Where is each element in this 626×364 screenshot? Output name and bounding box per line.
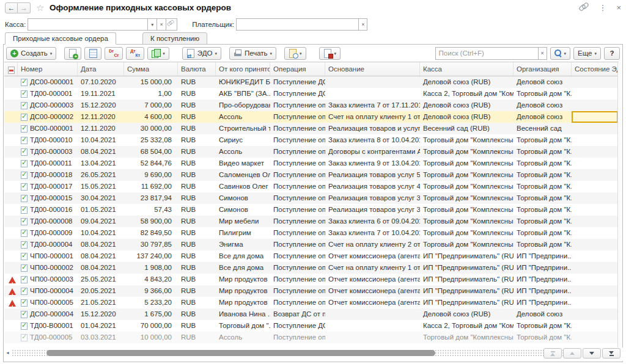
kassa-open-button[interactable] [166,18,177,31]
cell-currency[interactable]: RUB [178,123,216,134]
cell-date[interactable]: 30.04.2021 [78,192,124,204]
cell-basis[interactable]: Счет на оплату клиенту 1 от 03... [325,111,420,123]
cell-operation[interactable]: Поступление ДС... [270,320,325,332]
cell-sum[interactable]: 1 908,00 [124,262,178,274]
table-row[interactable]: ТД00-00001530.04.202123 817,94RUBСимонов… [4,192,619,204]
table-row[interactable]: ДС00-00000315.12.20207 000,00RUBПро-обор… [4,100,619,111]
cell-basis[interactable]: Заказ клиента 7 от 10.04.2015 [325,227,420,239]
cell-basis[interactable]: Счет на оплату клиенту 1 от 08... [325,262,420,274]
close-button[interactable]: × [615,3,622,12]
cell-flag[interactable] [4,192,18,204]
cell-currency[interactable]: RUB [178,146,216,158]
cell-operation[interactable]: Поступление оп... [270,111,325,123]
cell-currency[interactable]: RUB [178,308,216,320]
tab-to-receipt[interactable]: К поступлению [142,32,207,45]
cell-currency[interactable]: RUB [178,332,216,343]
cell-from[interactable]: Строительный т... [216,123,270,134]
cell-flag[interactable] [4,216,18,227]
table-row[interactable]: !ЧП00-00000325.05.20214 843,20RUBМир про… [4,274,619,285]
cell-sum[interactable]: 30 797,85 [124,239,178,250]
cell-currency[interactable]: RUB [178,250,216,262]
cell-flag[interactable]: ! [4,297,18,308]
cell-from[interactable]: Про-оборудование [216,100,270,111]
column-header-number[interactable]: Номер [18,62,78,76]
cell-number[interactable]: ТД00-000009 [18,227,78,239]
cell-from[interactable]: Все для дома [216,250,270,262]
cell-number[interactable]: ТД00-000011 [18,158,78,169]
cell-edo[interactable] [572,76,618,88]
cell-edo[interactable] [572,123,618,134]
cell-from[interactable]: ЮНИКРЕДИТ Б... [216,76,270,88]
cell-edo[interactable] [572,111,618,123]
dtkt-entries-button[interactable]: ДтКт [126,47,144,60]
cell-flag[interactable] [4,76,18,88]
cell-date[interactable]: 08.04.2021 [78,239,124,250]
scroll-down-button[interactable] [583,348,601,359]
cell-currency[interactable]: RUB [178,297,216,308]
help-button[interactable]: ? [604,47,620,60]
cell-operation[interactable]: Поступление оп... [270,297,325,308]
cell-operation[interactable]: Поступление оп... [270,216,325,227]
cell-currency[interactable]: RUB [178,169,216,181]
column-header-sum[interactable]: Сумма [124,62,178,76]
cell-basis[interactable]: Отчет комиссионера (агента) о ... [325,250,420,262]
cell-flag[interactable] [4,250,18,262]
cell-operation[interactable]: Поступление оп... [270,227,325,239]
cell-operation[interactable]: Поступление оп... [270,285,325,297]
cell-kassa[interactable]: Весенний сад (RUB) [420,123,514,134]
cell-sum[interactable]: 4 600,00 [124,111,178,123]
cell-edo[interactable] [572,262,618,274]
cell-currency[interactable]: RUB [178,158,216,169]
cell-flag[interactable]: ! [4,285,18,297]
cell-from[interactable]: Симонов [216,204,270,216]
cell-org[interactable]: Торговый дом "К... [514,88,572,100]
cell-flag[interactable]: ! [4,274,18,285]
cell-operation[interactable]: Поступление оп... [270,204,325,216]
cell-kassa[interactable]: Торговый дом "Комплексный" (... [420,216,514,227]
cell-edo[interactable] [572,285,618,297]
cell-kassa[interactable]: Торговый дом "Комплексный" (... [420,134,514,146]
cell-sum[interactable]: 70 000,00 [124,320,178,332]
scroll-to-top-button[interactable] [543,348,562,359]
cell-kassa[interactable]: Торговый дом "Комплексный" (... [420,239,514,250]
cell-date[interactable]: 01.04.2021 [78,320,124,332]
cell-org[interactable]: Торговый дом "К... [514,332,572,343]
cell-operation[interactable]: Поступление оп... [270,262,325,274]
cell-date[interactable]: 09.04.2021 [78,216,124,227]
cell-from[interactable]: АКБ "ВПБ" (ЗА... [216,88,270,100]
cell-date[interactable]: 13.04.2021 [78,158,124,169]
drcr-entries-button[interactable]: DrCr [105,47,123,60]
cell-edo[interactable] [572,181,618,192]
search-clear-button[interactable]: × [538,47,547,60]
cell-kassa[interactable]: ИП "Предприниматель" (RUB) [420,274,514,285]
cell-from[interactable]: Энигма [216,239,270,250]
cell-operation[interactable]: Поступление ДС... [270,76,325,88]
cell-flag[interactable] [4,181,18,192]
cell-kassa[interactable]: Торговый дом "Комплексный" (... [420,192,514,204]
cell-edo[interactable] [572,239,618,250]
cell-currency[interactable]: RUB [178,274,216,285]
cell-basis[interactable]: Счет на оплату клиенту 2 от 08... [325,239,420,250]
cell-operation[interactable]: Поступление оп... [270,250,325,262]
table-row[interactable]: ТД00-00000910.04.202182 849,50RUBПилигри… [4,227,619,239]
cell-date[interactable]: 08.04.2021 [78,250,124,262]
cell-org[interactable]: Деловой союз [514,111,572,123]
cell-org[interactable]: Торговый дом "К... [514,169,572,181]
table-row[interactable]: ТД00-00000809.04.202158 900,00RUBМир меб… [4,216,619,227]
cell-from[interactable]: Все для дома [216,262,270,274]
column-header-edo[interactable]: Состояние ЭДО [572,62,618,76]
table-row[interactable]: ТД00-00000308.04.202168 504,00RUBАссольП… [4,146,619,158]
cell-org[interactable]: Торговый дом "К... [514,181,572,192]
kassa-dropdown-button[interactable]: ▾ [147,18,156,31]
cell-date[interactable]: 21.05.2021 [78,297,124,308]
table-row[interactable]: ТД00-00000408.04.202130 797,85RUBЭнигмаП… [4,239,619,250]
table-row[interactable]: ТД00-00001010.04.202125 332,08RUBСириусП… [4,134,619,146]
create-by-copy-button[interactable] [64,47,81,60]
more-actions-button[interactable]: Еще ▾ [573,47,601,60]
cell-date[interactable]: 19.11.2021 [78,88,124,100]
cell-date[interactable]: 12.11.2020 [78,111,124,123]
cell-sum[interactable]: 137 240,00 [124,250,178,262]
cell-operation[interactable]: Поступление оп... [270,146,325,158]
column-header-date[interactable]: Дата [78,62,124,76]
scroll-left-arrow[interactable]: ◂ [4,349,11,357]
